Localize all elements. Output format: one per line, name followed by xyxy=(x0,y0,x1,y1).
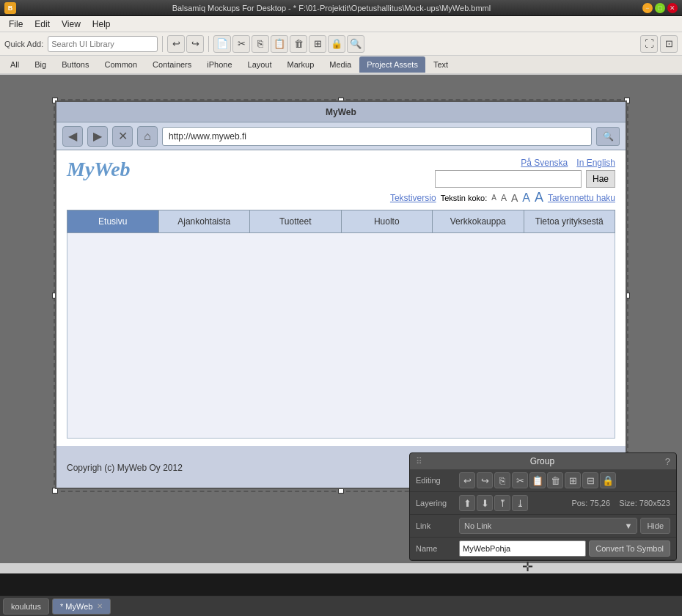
nav-verkkokauppa[interactable]: Verkkokauppa xyxy=(433,210,524,232)
layer-top-btn[interactable]: ⤒ xyxy=(494,495,510,511)
taskbar-tab-close-icon[interactable]: ✕ xyxy=(97,602,103,610)
menu-view[interactable]: View xyxy=(56,18,87,31)
edit-cut-btn[interactable]: ✂ xyxy=(512,472,528,488)
font-size-xl[interactable]: A xyxy=(535,190,543,205)
category-tabs: All Big Buttons Common Containers iPhone… xyxy=(0,56,682,75)
site-logo: MyWeb xyxy=(67,158,131,181)
horizontal-scrollbar[interactable] xyxy=(0,563,682,573)
edit-copy-btn[interactable]: ⎘ xyxy=(494,472,510,488)
browser-forward[interactable]: ▶ xyxy=(87,126,108,147)
lock-button[interactable]: 🔒 xyxy=(328,35,345,53)
cut-button[interactable]: ✂ xyxy=(232,35,250,53)
adv-search-link[interactable]: Tarkennettu haku xyxy=(548,193,615,203)
site-search-button[interactable]: Hae xyxy=(586,170,615,188)
name-input[interactable] xyxy=(459,540,586,557)
tab-layout[interactable]: Layout xyxy=(241,56,279,73)
maximize-button[interactable]: □ xyxy=(655,3,665,13)
new-button[interactable]: 📄 xyxy=(213,35,231,53)
nav-ajankohtaista[interactable]: Ajankohtaista xyxy=(159,210,251,232)
scrollbar-thumb[interactable] xyxy=(59,565,279,573)
menu-edit[interactable]: Edit xyxy=(29,18,56,31)
tab-buttons[interactable]: Buttons xyxy=(54,56,96,73)
panel-help-button[interactable]: ? xyxy=(665,456,670,467)
edit-redo-btn[interactable]: ↪ xyxy=(477,472,493,488)
text-version-link[interactable]: Tekstiversio xyxy=(390,193,436,203)
nav-tietoa[interactable]: Tietoa yrityksestä xyxy=(524,210,615,232)
nav-huolto[interactable]: Huolto xyxy=(342,210,433,232)
font-size-lg[interactable]: A xyxy=(522,191,530,205)
edit-undo-btn[interactable]: ↩ xyxy=(459,472,475,488)
toolbar-separator xyxy=(162,36,163,52)
quick-add-label: Quick Add: xyxy=(4,40,43,48)
footer-copyright: Copyrigh (c) MyWeb Oy 2012 xyxy=(67,463,183,473)
site-links-search: På Svenska In English Hae Tekstiversio T… xyxy=(390,158,615,205)
site-header: MyWeb På Svenska In English Hae Tekstive… xyxy=(67,158,615,205)
browser-close[interactable]: ✕ xyxy=(112,126,133,147)
minimize-button[interactable]: − xyxy=(642,3,653,13)
lang-swedish[interactable]: På Svenska xyxy=(521,158,568,168)
name-row: Name Convert To Symbol xyxy=(410,538,676,560)
close-button[interactable]: ✕ xyxy=(667,3,678,13)
nav-etusivu[interactable]: Etusivu xyxy=(67,210,159,232)
redo-button[interactable]: ↪ xyxy=(186,35,204,53)
search-button[interactable]: 🔍 xyxy=(347,35,364,53)
zoom-button[interactable]: ⊡ xyxy=(660,35,678,53)
tab-markup[interactable]: Markup xyxy=(280,56,322,73)
site-search-input[interactable] xyxy=(435,170,582,188)
taskbar-tab-myweb[interactable]: * MyWeb ✕ xyxy=(52,598,111,615)
delete-button[interactable]: 🗑 xyxy=(290,35,307,53)
paste-button[interactable]: 📋 xyxy=(271,35,288,53)
tab-containers[interactable]: Containers xyxy=(145,56,199,73)
browser-home[interactable]: ⌂ xyxy=(137,126,158,147)
menu-bar: File Edit View Help xyxy=(0,16,682,32)
edit-group-btn[interactable]: ⊞ xyxy=(565,472,581,488)
window-controls: − □ ✕ xyxy=(642,3,678,13)
tab-iphone[interactable]: iPhone xyxy=(199,56,239,73)
pos-label: Pos: xyxy=(571,499,587,507)
cursor-indicator: ✛ xyxy=(522,559,533,573)
fullscreen-button[interactable]: ⛶ xyxy=(640,35,658,53)
tab-big[interactable]: Big xyxy=(27,56,54,73)
website-content: MyWeb På Svenska In English Hae Tekstive… xyxy=(56,150,626,446)
taskbar-tab-koulutus-label: koulutus xyxy=(11,602,41,611)
mockup-frame: MyWeb ◀ ▶ ✕ ⌂ http://www.myweb.fi 🔍 MyWe… xyxy=(55,100,627,489)
tab-project-assets[interactable]: Project Assets xyxy=(359,56,425,73)
pos-value: 75,26 xyxy=(590,499,610,507)
group-panel: ⠿ Group ? Editing ↩ ↪ ⎘ ✂ 📋 🗑 ⊞ ⊟ 🔒 Laye… xyxy=(409,452,677,561)
layer-down-btn[interactable]: ⬇ xyxy=(477,495,493,511)
browser-titlebar: MyWeb xyxy=(56,102,626,122)
site-search-row: Hae xyxy=(435,170,615,188)
font-size-sm[interactable]: A xyxy=(501,193,507,203)
undo-button[interactable]: ↩ xyxy=(167,35,185,53)
edit-delete-btn[interactable]: 🗑 xyxy=(547,472,563,488)
hide-button[interactable]: Hide xyxy=(640,518,670,534)
lang-english[interactable]: In English xyxy=(576,158,615,168)
font-size-md[interactable]: A xyxy=(511,192,518,204)
tab-media[interactable]: Media xyxy=(322,56,359,73)
convert-symbol-button[interactable]: Convert To Symbol xyxy=(589,540,670,557)
browser-url-bar[interactable]: http://www.myweb.fi xyxy=(162,127,592,146)
tab-text[interactable]: Text xyxy=(426,56,455,73)
canvas-area[interactable]: MyWeb ◀ ▶ ✕ ⌂ http://www.myweb.fi 🔍 MyWe… xyxy=(0,75,682,573)
edit-lock-btn[interactable]: 🔒 xyxy=(600,472,616,488)
nav-tuotteet[interactable]: Tuotteet xyxy=(250,210,342,232)
edit-paste-btn[interactable]: 📋 xyxy=(529,472,546,488)
search-input[interactable] xyxy=(48,36,158,52)
taskbar-tab-myweb-label: * MyWeb xyxy=(60,602,92,611)
taskbar-tab-koulutus[interactable]: koulutus xyxy=(3,598,49,615)
panel-titlebar[interactable]: ⠿ Group ? xyxy=(410,453,676,469)
font-size-xs[interactable]: A xyxy=(491,194,496,202)
menu-help[interactable]: Help xyxy=(87,18,117,31)
link-dropdown[interactable]: No Link ▼ xyxy=(459,518,637,534)
browser-back[interactable]: ◀ xyxy=(62,126,83,147)
tab-all[interactable]: All xyxy=(3,56,26,73)
browser-search-btn[interactable]: 🔍 xyxy=(596,127,620,146)
edit-clone-btn[interactable]: ⊟ xyxy=(582,472,598,488)
layer-up-btn[interactable]: ⬆ xyxy=(459,495,475,511)
layer-bottom-btn[interactable]: ⤓ xyxy=(512,495,528,511)
menu-file[interactable]: File xyxy=(3,18,29,31)
group-button[interactable]: ⊞ xyxy=(309,35,326,53)
link-label: Link xyxy=(416,521,456,530)
copy-button[interactable]: ⎘ xyxy=(252,35,269,53)
tab-common[interactable]: Common xyxy=(97,56,144,73)
